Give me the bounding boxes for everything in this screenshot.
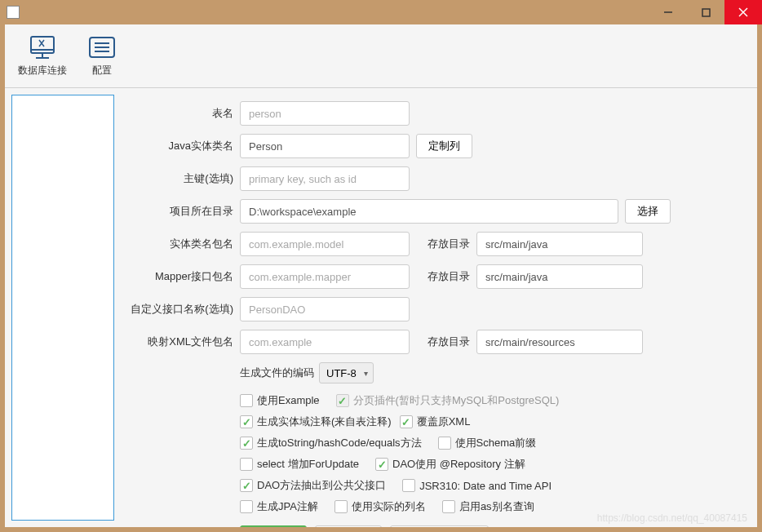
cb-jpa-annotation-label[interactable]: 生成JPA注解 xyxy=(257,499,318,514)
svg-rect-1 xyxy=(702,9,710,16)
project-dir-input[interactable] xyxy=(240,199,618,224)
cb-use-schema[interactable] xyxy=(438,437,451,450)
cb-actual-column[interactable] xyxy=(334,500,348,513)
cb-generate-tostring[interactable] xyxy=(240,437,253,450)
cb-jsr310[interactable] xyxy=(402,479,415,492)
database-icon xyxy=(27,34,58,60)
cb-dao-repository[interactable] xyxy=(375,458,388,471)
label-entity-package: 实体类名包名 xyxy=(129,237,233,251)
cb-generate-comment-label[interactable]: 生成实体域注释(来自表注释) xyxy=(257,415,392,429)
app-icon xyxy=(7,6,20,19)
mapper-package-input[interactable] xyxy=(240,264,410,289)
label-xml-storage-dir: 存放目录 xyxy=(416,335,470,349)
cb-jpa-annotation[interactable] xyxy=(240,500,253,513)
cb-pagination-label: 分页插件(暂时只支持MySQL和PostgreSQL) xyxy=(353,393,560,408)
encoding-select[interactable]: UTF-8 xyxy=(319,362,374,383)
cb-override-xml[interactable] xyxy=(400,415,413,428)
primary-key-input[interactable] xyxy=(240,166,410,191)
cb-dao-extract-label[interactable]: DAO方法抽出到公共父接口 xyxy=(257,478,386,493)
table-name-input[interactable] xyxy=(240,101,410,126)
cb-generate-comment[interactable] xyxy=(240,415,253,428)
label-table-name: 表名 xyxy=(129,106,233,121)
label-mapper-package: Mapper接口包名 xyxy=(129,269,233,284)
entity-name-input[interactable] xyxy=(240,134,410,158)
cb-dao-repository-label[interactable]: DAO使用 @Repository 注解 xyxy=(392,457,525,472)
xml-package-input[interactable] xyxy=(240,330,410,354)
cb-jsr310-label[interactable]: JSR310: Date and Time API xyxy=(419,480,552,492)
generate-button[interactable]: 代码生成 xyxy=(240,525,307,527)
save-config-button[interactable]: 保存配置 xyxy=(315,525,382,527)
custom-interface-input[interactable] xyxy=(240,297,410,321)
config-label: 配置 xyxy=(92,64,112,78)
config-icon xyxy=(86,34,117,60)
cb-select-forupdate[interactable] xyxy=(240,458,253,471)
config-button[interactable]: 配置 xyxy=(86,34,117,78)
cb-select-forupdate-label[interactable]: select 增加ForUpdate xyxy=(257,457,359,472)
mapper-dir-input[interactable] xyxy=(476,264,643,289)
cb-use-example-label[interactable]: 使用Example xyxy=(257,393,320,408)
cb-override-xml-label[interactable]: 覆盖原XML xyxy=(417,415,471,429)
open-folder-button[interactable]: 打开生成文件夹 xyxy=(390,525,489,527)
cb-actual-column-label[interactable]: 使用实际的列名 xyxy=(352,499,426,514)
label-project-dir: 项目所在目录 xyxy=(129,204,233,219)
encoding-value: UTF-8 xyxy=(326,367,357,379)
cb-generate-tostring-label[interactable]: 生成toString/hashCode/equals方法 xyxy=(257,436,422,450)
label-custom-interface: 自定义接口名称(选填) xyxy=(129,302,233,317)
label-encoding: 生成文件的编码 xyxy=(240,366,314,380)
db-connection-button[interactable]: 数据库连接 xyxy=(18,34,67,78)
label-primary-key: 主键(选填) xyxy=(129,171,233,186)
cb-dao-extract[interactable] xyxy=(240,479,253,492)
cb-pagination xyxy=(336,394,349,407)
side-panel[interactable] xyxy=(11,95,114,521)
db-connection-label: 数据库连接 xyxy=(18,64,67,78)
cb-as-alias[interactable] xyxy=(442,500,455,513)
minimize-button[interactable] xyxy=(649,0,687,24)
cb-use-example[interactable] xyxy=(240,394,253,407)
label-xml-package: 映射XML文件包名 xyxy=(129,335,233,349)
choose-dir-button[interactable]: 选择 xyxy=(625,199,671,224)
label-mapper-storage-dir: 存放目录 xyxy=(416,269,470,284)
maximize-button[interactable] xyxy=(687,0,724,24)
cb-use-schema-label[interactable]: 使用Schema前缀 xyxy=(455,436,537,450)
watermark: https://blog.csdn.net/qq_40087415 xyxy=(597,512,747,524)
xml-dir-input[interactable] xyxy=(476,330,643,354)
label-entity-name: Java实体类名 xyxy=(129,139,233,153)
close-button[interactable] xyxy=(724,0,762,24)
entity-dir-input[interactable] xyxy=(476,232,643,256)
label-entity-storage-dir: 存放目录 xyxy=(416,237,470,251)
custom-column-button[interactable]: 定制列 xyxy=(416,134,472,158)
cb-as-alias-label[interactable]: 启用as别名查询 xyxy=(459,499,534,514)
entity-package-input[interactable] xyxy=(240,232,410,256)
